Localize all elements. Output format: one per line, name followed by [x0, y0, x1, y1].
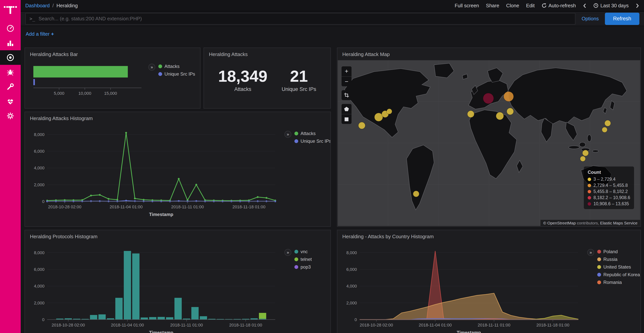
map-legend-title: Count	[588, 170, 630, 175]
legend-color-dot	[294, 139, 298, 143]
legend-collapse-icon[interactable]: »	[148, 64, 155, 71]
time-forward-button[interactable]	[636, 3, 640, 8]
svg-text:8,000: 8,000	[34, 250, 44, 255]
dashboard-grid: Heralding Attacks Bar 5,00010,00015,000 …	[21, 42, 644, 333]
legend-label: Romania	[603, 280, 622, 285]
legend-item[interactable]: Romania	[597, 280, 640, 285]
openstreetmap-link[interactable]: © OpenStreetMap	[543, 221, 576, 225]
attribution-text: contributors,	[576, 221, 600, 225]
chevron-left-icon	[583, 3, 587, 8]
map-zoom-in-button[interactable]: +	[342, 66, 352, 76]
search-input[interactable]	[38, 16, 571, 22]
legend-label: Poland	[603, 249, 618, 254]
panel-title: Heralding Attack Map	[337, 48, 640, 58]
panel-protocols-histogram: Heralding Protocols Histogram 02,0004,00…	[24, 230, 331, 333]
country-area-chart[interactable]: 02,0004,0006,0008,0002018-10-28 02:00201…	[342, 241, 584, 333]
legend-item[interactable]: 10,908.6 – 13,635	[588, 201, 630, 206]
sidebar-item-attack-dashboards[interactable]	[0, 50, 21, 65]
legend-item[interactable]: 8,182.2 – 10,908.6	[588, 195, 630, 200]
legend-item[interactable]: vnc	[294, 249, 312, 254]
svg-text:2018-11-18 01:00: 2018-11-18 01:00	[229, 323, 262, 327]
legend-color-dot	[597, 250, 601, 254]
legend-collapse-icon[interactable]: »	[284, 131, 291, 138]
map-draw-polygon-button[interactable]	[342, 104, 352, 114]
full-screen-button[interactable]: Full screen	[455, 3, 479, 9]
heartbeat-icon	[6, 97, 14, 106]
legend-label: Attacks	[164, 64, 180, 69]
clone-button[interactable]: Clone	[506, 3, 519, 9]
chart-legend: » AttacksUnique Src IPs	[148, 64, 195, 77]
panel-title: Heralding - Attacks by Country Histogram	[337, 230, 640, 240]
chart-legend: » vnctelnetpop3	[284, 249, 312, 270]
legend-item[interactable]: Attacks	[158, 64, 195, 69]
legend-item[interactable]: 5,455.8 – 8,182.2	[588, 189, 630, 194]
refresh-cycle-icon	[542, 3, 546, 8]
legend-item[interactable]: Poland	[597, 249, 640, 254]
legend-collapse-icon[interactable]: »	[587, 249, 594, 256]
attack-map[interactable]: + −	[338, 60, 640, 226]
auto-refresh-button[interactable]: Auto-refresh	[542, 3, 576, 9]
legend-label: vnc	[300, 249, 308, 254]
legend-items: 3 – 2,729.42,729.4 – 5,455.85,455.8 – 8,…	[588, 177, 630, 206]
legend-item[interactable]: pop3	[294, 264, 312, 270]
legend-item[interactable]: telnet	[294, 257, 312, 262]
map-controls: + −	[342, 66, 352, 124]
attacks-bar-chart[interactable]: 5,00010,00015,000	[30, 59, 144, 97]
legend-label: pop3	[300, 264, 311, 270]
legend-collapse-icon[interactable]: »	[284, 249, 291, 256]
telekom-logo[interactable]	[4, 0, 17, 21]
panel-country-histogram: Heralding - Attacks by Country Histogram…	[337, 230, 641, 333]
sidebar-item-analytics[interactable]	[0, 36, 21, 50]
map-fit-data-button[interactable]	[342, 90, 352, 100]
edit-button[interactable]: Edit	[526, 3, 535, 9]
legend-label: 3 – 2,729.4	[594, 177, 616, 181]
sidebar-item-health[interactable]	[0, 94, 21, 109]
map-draw-rectangle-button[interactable]	[342, 114, 352, 124]
panel-attacks-bar: Heralding Attacks Bar 5,00010,00015,000 …	[24, 48, 200, 109]
legend-item[interactable]: Attacks	[294, 131, 331, 136]
legend-item[interactable]: Russia	[597, 257, 640, 262]
breadcrumb-dashboard-link[interactable]: Dashboard	[25, 3, 50, 9]
svg-text:2018-11-18 01:00: 2018-11-18 01:00	[536, 323, 569, 327]
svg-text:0: 0	[354, 317, 357, 322]
svg-text:2,000: 2,000	[34, 182, 44, 187]
add-filter-link[interactable]: Add a filter+	[26, 31, 54, 37]
wrench-icon	[6, 83, 14, 91]
attacks-line-chart[interactable]: 02,0004,0006,0008,0002018-10-28 02:00201…	[30, 123, 280, 220]
bar-chart-icon	[6, 39, 14, 47]
legend-item[interactable]: United States	[597, 264, 640, 270]
legend-item[interactable]: Unique Src IPs	[294, 139, 331, 144]
legend-label: telnet	[300, 257, 312, 262]
legend-label: 10,908.6 – 13,635	[594, 201, 629, 206]
legend-label: 2,729.4 – 5,455.8	[594, 183, 628, 188]
time-range-picker[interactable]: Last 30 days	[594, 3, 629, 9]
panel-attacks-metric: Heralding Attacks 18,349 Attacks 21 Uniq…	[204, 48, 331, 109]
legend-color-dot	[588, 190, 591, 193]
legend-color-dot	[597, 265, 601, 269]
refresh-button[interactable]: Refresh	[605, 13, 640, 25]
map-zoom-out-button[interactable]: −	[342, 76, 352, 86]
svg-text:4,000: 4,000	[34, 166, 44, 170]
svg-text:0: 0	[42, 199, 44, 204]
chevron-right-icon	[636, 3, 640, 8]
legend-items: AttacksUnique Src IPs	[294, 131, 331, 144]
legend-label: 8,182.2 – 10,908.6	[594, 195, 630, 200]
metric-row: 18,349 Attacks 21 Unique Src IPs	[204, 58, 330, 92]
elastic-maps-service-link[interactable]: Elastic Maps Service	[600, 221, 638, 225]
svg-text:4,000: 4,000	[346, 284, 357, 288]
legend-item[interactable]: Unique Src IPs	[158, 71, 195, 77]
options-link[interactable]: Options	[582, 16, 599, 22]
time-back-button[interactable]	[583, 3, 587, 8]
sidebar-item-honeypot[interactable]	[0, 65, 21, 79]
protocols-bar-chart[interactable]: 02,0004,0006,0008,0002018-10-28 02:00201…	[30, 241, 280, 333]
legend-color-dot	[588, 202, 591, 205]
legend-item[interactable]: 3 – 2,729.4	[588, 177, 630, 181]
sidebar-item-tools[interactable]	[0, 79, 21, 94]
sidebar-item-settings[interactable]	[0, 109, 21, 123]
share-button[interactable]: Share	[486, 3, 499, 9]
sidebar-item-dashboard[interactable]	[0, 21, 21, 36]
metric-attacks: 18,349 Attacks	[218, 68, 268, 92]
legend-item[interactable]: Republic of Korea	[597, 272, 640, 277]
legend-item[interactable]: 2,729.4 – 5,455.8	[588, 183, 630, 188]
svg-text:Timestamp: Timestamp	[457, 330, 481, 333]
